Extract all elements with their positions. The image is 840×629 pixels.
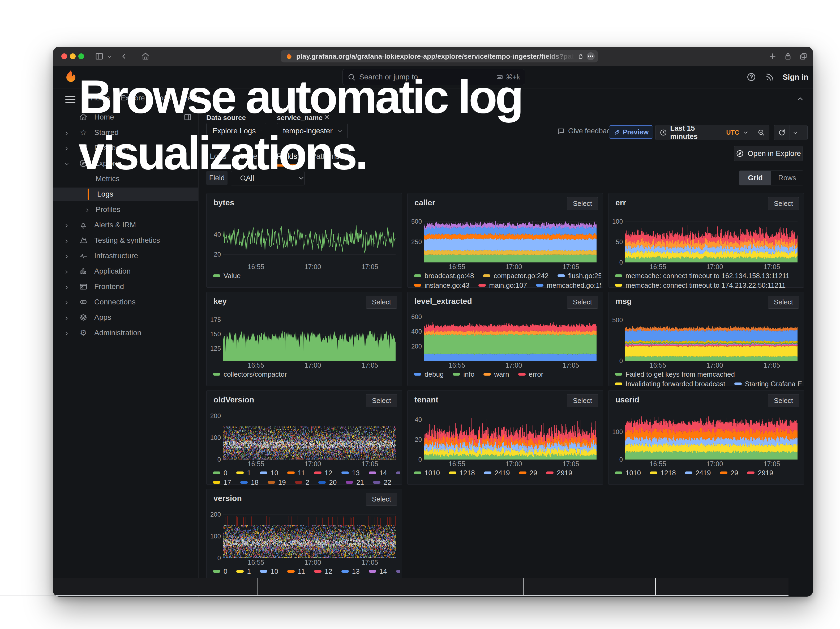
select-button[interactable]: Select: [366, 394, 397, 407]
sidebar-item-alerts-irm[interactable]: Alerts & IRM: [53, 218, 198, 232]
time-range-picker[interactable]: Last 15 minutes UTC: [655, 125, 769, 140]
select-button[interactable]: Select: [768, 197, 799, 210]
refresh-button[interactable]: [774, 125, 789, 140]
sidebar-item-infrastructure[interactable]: Infrastructure: [53, 249, 198, 262]
refresh-interval-dropdown[interactable]: [790, 125, 801, 140]
url-bar[interactable]: play.grafana.org/a/grafana-lokiexplore-a…: [281, 50, 598, 62]
sidebar-toggle-icon[interactable]: [95, 52, 104, 60]
legend-item[interactable]: 15: [396, 469, 400, 477]
chevron-right-icon[interactable]: [64, 284, 69, 289]
legend-item[interactable]: 29: [519, 469, 537, 477]
legend-item[interactable]: 20: [318, 478, 336, 487]
legend-item[interactable]: 2419: [484, 469, 510, 477]
legend-item[interactable]: 15: [396, 567, 400, 575]
preview-badge[interactable]: Preview: [609, 125, 653, 139]
chevron-right-icon[interactable]: [64, 222, 69, 228]
select-button[interactable]: Select: [366, 296, 397, 309]
rows-toggle[interactable]: Rows: [771, 171, 803, 185]
select-button[interactable]: Select: [768, 394, 799, 407]
legend-item[interactable]: 1010: [414, 469, 440, 477]
legend-item[interactable]: 17: [213, 478, 231, 487]
chevron-right-icon[interactable]: [64, 237, 69, 243]
grafana-logo[interactable]: [63, 69, 79, 84]
select-button[interactable]: Select: [567, 394, 598, 407]
legend-item[interactable]: memcache: connect timeout to 174.213.22.…: [615, 281, 786, 289]
close-window-button[interactable]: [61, 54, 67, 59]
chevron-right-icon[interactable]: [64, 268, 69, 274]
rss-icon[interactable]: [765, 72, 775, 82]
legend-item[interactable]: 13: [341, 469, 360, 477]
legend-item[interactable]: 21: [346, 478, 364, 487]
sidebar-item-apps[interactable]: Apps: [53, 311, 198, 324]
sidebar-item-administration[interactable]: ⚙Administration: [53, 326, 198, 340]
chevron-right-icon[interactable]: [64, 330, 69, 336]
legend-item[interactable]: memcached.go:153: [536, 281, 601, 289]
legend-item[interactable]: warn: [483, 370, 509, 379]
give-feedback-link[interactable]: Give feedback: [557, 127, 614, 135]
legend-item[interactable]: 19: [268, 478, 286, 487]
legend-item[interactable]: main.go:107: [478, 281, 527, 289]
legend-item[interactable]: 2919: [747, 469, 773, 477]
sign-in-button[interactable]: Sign in: [783, 73, 808, 82]
legend-item[interactable]: memcache: connect timeout to 162.134.158…: [615, 272, 789, 280]
chevron-down-icon[interactable]: [64, 160, 69, 166]
legend-item[interactable]: 13: [341, 567, 360, 575]
chevron-right-icon[interactable]: [64, 299, 69, 305]
legend-item[interactable]: Failed to get keys from memcached: [615, 370, 735, 379]
legend-item[interactable]: 1010: [615, 469, 641, 477]
sidebar-item-frontend[interactable]: Frontend: [53, 280, 198, 293]
legend-item[interactable]: 10: [260, 469, 278, 477]
legend-item[interactable]: Value: [213, 272, 241, 280]
open-in-explore-button[interactable]: Open in Explore: [734, 146, 803, 161]
legend-item[interactable]: flush.go:253: [557, 272, 601, 280]
legend-item[interactable]: 0: [213, 567, 227, 575]
legend-item[interactable]: 1218: [449, 469, 475, 477]
legend-item[interactable]: broadcast.go:48: [414, 272, 474, 280]
legend-item[interactable]: 14: [369, 469, 387, 477]
grid-toggle[interactable]: Grid: [739, 171, 771, 185]
chevron-right-icon[interactable]: [64, 314, 69, 320]
legend-item[interactable]: 11: [287, 469, 305, 477]
select-button[interactable]: Select: [768, 296, 799, 309]
share-icon[interactable]: [784, 52, 792, 60]
legend-item[interactable]: 1: [236, 567, 251, 575]
new-tab-icon[interactable]: [768, 52, 777, 60]
legend-item[interactable]: compactor.go:242: [483, 272, 548, 280]
help-icon[interactable]: [747, 72, 756, 82]
legend-item[interactable]: Invalidating forwarded broadcast: [615, 380, 725, 388]
menu-icon[interactable]: [65, 94, 76, 104]
select-button[interactable]: Select: [366, 493, 397, 506]
minimize-window-button[interactable]: [70, 54, 76, 59]
legend-item[interactable]: 29: [720, 469, 738, 477]
refresh-control[interactable]: [774, 125, 808, 140]
legend-item[interactable]: debug: [414, 370, 444, 379]
legend-item[interactable]: 2: [295, 478, 309, 487]
legend-item[interactable]: 10: [260, 567, 278, 575]
sidebar-item-logs[interactable]: Logs: [53, 188, 198, 201]
zoom-window-button[interactable]: [78, 54, 84, 59]
chevron-right-icon[interactable]: [64, 130, 69, 136]
legend-item[interactable]: 1: [236, 469, 251, 477]
select-button[interactable]: Select: [567, 296, 598, 309]
legend-item[interactable]: info: [453, 370, 474, 379]
legend-item[interactable]: error: [518, 370, 543, 379]
legend-item[interactable]: Starting Grafana Enterpri: [734, 380, 802, 388]
legend-item[interactable]: 12: [314, 567, 332, 575]
sidebar-item-testing-synthetics[interactable]: Testing & synthetics: [53, 234, 198, 247]
home-icon[interactable]: [141, 52, 150, 60]
legend-item[interactable]: 12: [314, 469, 332, 477]
legend-item[interactable]: 18: [240, 478, 259, 487]
sidebar-item-connections[interactable]: Connections: [53, 296, 198, 309]
chevron-up-icon[interactable]: [796, 95, 804, 103]
legend-item[interactable]: 11: [287, 567, 305, 575]
chevron-down-icon[interactable]: [107, 54, 112, 60]
select-button[interactable]: Select: [567, 197, 598, 210]
tab-overview-icon[interactable]: [799, 52, 808, 60]
legend-item[interactable]: 14: [369, 567, 387, 575]
sidebar-item-profiles[interactable]: Profiles: [53, 203, 198, 216]
sidebar-item-application[interactable]: Application: [53, 265, 198, 278]
legend-item[interactable]: 1218: [650, 469, 676, 477]
legend-item[interactable]: 22: [373, 478, 391, 487]
legend-item[interactable]: 2919: [546, 469, 572, 477]
legend-item[interactable]: 2419: [685, 469, 711, 477]
